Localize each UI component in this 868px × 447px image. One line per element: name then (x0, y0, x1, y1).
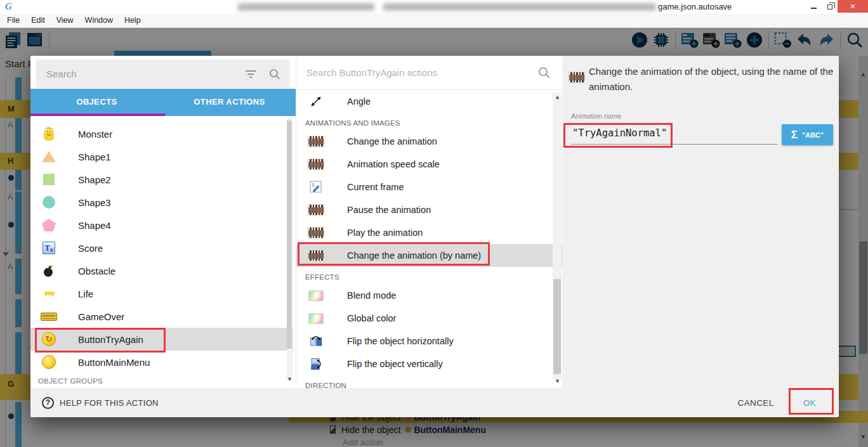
object-icon-box (38, 151, 60, 162)
instruction-editor-dialog: OBJECTS OTHER ACTIONS MonsterShape1Shape… (30, 56, 839, 417)
film-strip-icon (569, 72, 585, 86)
object-icon-box (38, 219, 60, 231)
action-detail-panel: Change the animation of the object, usin… (562, 56, 839, 388)
expression-editor-button[interactable]: Σ "ABC" (782, 124, 833, 145)
window-controls: ✕ (806, 0, 868, 13)
action-label: Animation speed scale (347, 159, 440, 169)
action-label: Flip the object horizontally (347, 336, 454, 346)
action-row-flip-the-object-vertically[interactable]: Flip the object vertically (296, 353, 563, 375)
actions-scrollbar-thumb[interactable] (553, 279, 561, 374)
frame-number-icon: 1 (310, 181, 322, 193)
object-label: Shape2 (78, 174, 111, 185)
object-row-shape4[interactable]: Shape4 (30, 214, 293, 236)
film-strip-icon (308, 227, 324, 238)
object-label: Shape1 (78, 152, 111, 162)
action-row-animation-speed-scale[interactable]: Animation speed scale (296, 153, 563, 176)
pentagon-icon (42, 219, 56, 231)
action-row-change-the-animation[interactable]: Change the animation (296, 130, 563, 153)
object-icon-box: ⌂ (38, 355, 60, 369)
home-button-icon: ⌂ (42, 355, 56, 369)
close-button[interactable]: ✕ (838, 0, 868, 13)
film-strip-icon (308, 159, 324, 170)
filter-icon[interactable] (244, 69, 257, 82)
tab-other-actions[interactable]: OTHER ACTIONS (163, 89, 296, 113)
close-icon: ✕ (850, 3, 855, 11)
object-row-gameover[interactable]: GameOver (30, 305, 293, 328)
action-row-current-frame[interactable]: 1Current frame (296, 176, 563, 198)
action-row-play-the-animation[interactable]: Play the animation (296, 221, 563, 244)
action-icon-box (305, 290, 327, 301)
triangle-icon (42, 151, 56, 162)
annotation-box-animation-name (563, 123, 673, 148)
menu-file[interactable]: File (1, 14, 25, 28)
action-row-blend-mode[interactable]: Blend mode (296, 284, 563, 307)
object-row-monster[interactable]: Monster (30, 122, 293, 145)
action-label: Change the animation (347, 136, 437, 146)
action-row-angle[interactable]: Angle (296, 90, 563, 113)
action-section-header: DIRECTION (296, 375, 563, 388)
action-row-pause-the-animation[interactable]: Pause the animation (296, 198, 563, 221)
menu-help[interactable]: Help (119, 14, 147, 28)
gdevelop-logo-icon: G (5, 1, 12, 12)
menu-window[interactable]: Window (79, 14, 119, 28)
svg-text:1: 1 (312, 183, 315, 187)
object-row-shape1[interactable]: Shape1 (30, 145, 293, 168)
action-row-global-color[interactable]: Global color (296, 307, 563, 330)
annotation-box-buttontryagain (35, 328, 166, 353)
minimize-button[interactable] (806, 0, 822, 13)
blurred-title-segment (238, 3, 374, 11)
action-icon-box (305, 159, 327, 170)
object-row-shape2[interactable]: Shape2 (30, 168, 293, 191)
menu-view[interactable]: View (51, 14, 79, 28)
actions-panel: AngleANIMATIONS AND IMAGESChange the ani… (296, 56, 562, 388)
monster-icon (43, 127, 55, 141)
object-icon-box (38, 264, 60, 277)
scroll-up-icon[interactable]: ▲ (555, 94, 560, 100)
scroll-down-icon[interactable]: ▼ (555, 378, 560, 384)
action-icon-box (305, 94, 327, 108)
window-title: game.json.autosave (658, 2, 732, 11)
color-gradient-icon (308, 313, 324, 324)
animation-name-label: Animation name (571, 112, 622, 120)
object-label: Shape3 (78, 197, 111, 208)
bomb-icon (43, 264, 55, 277)
cancel-button[interactable]: CANCEL (732, 393, 780, 413)
action-section-header: ANIMATIONS AND IMAGES (296, 113, 563, 130)
object-row-obstacle[interactable]: Obstacle (30, 259, 293, 282)
objects-tabs: OBJECTS OTHER ACTIONS (30, 89, 296, 116)
object-label: Monster (78, 129, 112, 139)
tab-objects[interactable]: OBJECTS (30, 89, 163, 113)
gdevelop-window: G game.json.autosave ✕ FileEditViewWindo… (0, 0, 868, 447)
flip-horizontal-icon (310, 335, 322, 347)
action-label: Flip the object vertically (347, 359, 443, 369)
objects-search-input[interactable] (40, 60, 230, 88)
scroll-down-icon[interactable]: ▼ (287, 376, 293, 382)
actions-search-input[interactable] (301, 56, 511, 89)
action-icon-box: 1 (305, 181, 327, 193)
object-row-shape3[interactable]: Shape3 (30, 191, 293, 214)
action-label: Current frame (347, 182, 404, 192)
action-icon-box (305, 358, 327, 370)
objects-search-bar (36, 60, 290, 88)
restore-button[interactable] (822, 0, 838, 13)
help-icon: ? (42, 397, 54, 409)
action-label: Angle (347, 96, 371, 107)
minimize-icon (811, 8, 817, 9)
flip-vertical-icon (310, 358, 322, 370)
object-icon-box (38, 196, 60, 209)
help-button[interactable]: ? HELP FOR THIS ACTION (42, 397, 159, 409)
object-label: GameOver (78, 311, 124, 322)
square-icon (43, 174, 55, 185)
object-row-life[interactable]: ♥♥♥Life (30, 282, 293, 305)
action-row-flip-the-object-horizontally[interactable]: Flip the object horizontally (296, 330, 563, 353)
menu-edit[interactable]: Edit (25, 14, 51, 28)
objects-scrollbar-thumb[interactable] (287, 120, 292, 349)
action-label: Global color (347, 313, 396, 323)
object-row-buttonmainmenu[interactable]: ⌂ButtonMainMenu (30, 351, 293, 373)
action-label: Pause the animation (347, 205, 431, 215)
film-strip-icon (308, 136, 324, 147)
object-icon-box (38, 313, 60, 321)
action-label: Play the animation (347, 228, 423, 238)
search-icon (537, 66, 551, 82)
object-row-score[interactable]: TxScore (30, 236, 293, 259)
